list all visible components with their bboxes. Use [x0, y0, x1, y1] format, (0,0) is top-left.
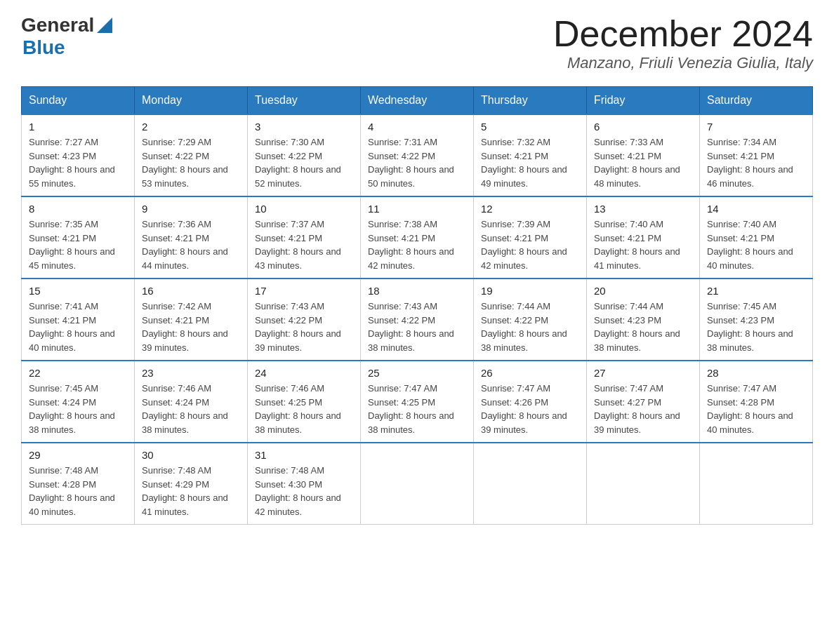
day-number: 28	[707, 367, 805, 379]
day-info: Sunrise: 7:31 AM Sunset: 4:22 PM Dayligh…	[368, 135, 466, 190]
day-info: Sunrise: 7:46 AM Sunset: 4:24 PM Dayligh…	[142, 382, 240, 436]
day-number: 2	[142, 121, 240, 133]
col-saturday: Saturday	[700, 87, 813, 115]
table-row: 3 Sunrise: 7:30 AM Sunset: 4:22 PM Dayli…	[248, 114, 361, 196]
day-number: 20	[594, 285, 692, 297]
day-number: 25	[368, 367, 466, 379]
day-number: 16	[142, 285, 240, 297]
table-row: 20 Sunrise: 7:44 AM Sunset: 4:23 PM Dayl…	[587, 279, 700, 361]
location-subtitle: Manzano, Friuli Venezia Giulia, Italy	[553, 54, 813, 72]
table-row: 25 Sunrise: 7:47 AM Sunset: 4:25 PM Dayl…	[361, 361, 474, 443]
day-number: 4	[368, 121, 466, 133]
day-number: 9	[142, 203, 240, 215]
table-row: 31 Sunrise: 7:48 AM Sunset: 4:30 PM Dayl…	[248, 443, 361, 525]
day-info: Sunrise: 7:29 AM Sunset: 4:22 PM Dayligh…	[142, 135, 240, 190]
col-tuesday: Tuesday	[248, 87, 361, 115]
day-info: Sunrise: 7:47 AM Sunset: 4:27 PM Dayligh…	[594, 382, 692, 436]
day-number: 3	[255, 121, 353, 133]
day-number: 14	[707, 203, 805, 215]
day-number: 7	[707, 121, 805, 133]
logo-triangle-icon	[97, 18, 112, 33]
day-info: Sunrise: 7:45 AM Sunset: 4:24 PM Dayligh…	[29, 382, 127, 436]
table-row: 5 Sunrise: 7:32 AM Sunset: 4:21 PM Dayli…	[474, 114, 587, 196]
col-friday: Friday	[587, 87, 700, 115]
month-title: December 2024	[553, 14, 813, 54]
day-number: 21	[707, 285, 805, 297]
table-row: 23 Sunrise: 7:46 AM Sunset: 4:24 PM Dayl…	[135, 361, 248, 443]
table-row: 1 Sunrise: 7:27 AM Sunset: 4:23 PM Dayli…	[22, 114, 135, 196]
calendar-table: Sunday Monday Tuesday Wednesday Thursday…	[21, 86, 813, 525]
calendar-week-row: 29 Sunrise: 7:48 AM Sunset: 4:28 PM Dayl…	[22, 443, 813, 525]
day-number: 13	[594, 203, 692, 215]
day-number: 23	[142, 367, 240, 379]
table-row: 12 Sunrise: 7:39 AM Sunset: 4:21 PM Dayl…	[474, 196, 587, 279]
day-number: 30	[142, 449, 240, 461]
day-number: 10	[255, 203, 353, 215]
table-row: 2 Sunrise: 7:29 AM Sunset: 4:22 PM Dayli…	[135, 114, 248, 196]
calendar-week-row: 22 Sunrise: 7:45 AM Sunset: 4:24 PM Dayl…	[22, 361, 813, 443]
day-info: Sunrise: 7:37 AM Sunset: 4:21 PM Dayligh…	[255, 217, 353, 272]
day-info: Sunrise: 7:44 AM Sunset: 4:23 PM Dayligh…	[594, 300, 692, 354]
day-number: 24	[255, 367, 353, 379]
day-info: Sunrise: 7:27 AM Sunset: 4:23 PM Dayligh…	[29, 135, 127, 190]
day-info: Sunrise: 7:32 AM Sunset: 4:21 PM Dayligh…	[481, 135, 579, 190]
calendar-header-row: Sunday Monday Tuesday Wednesday Thursday…	[22, 87, 813, 115]
day-info: Sunrise: 7:39 AM Sunset: 4:21 PM Dayligh…	[481, 217, 579, 272]
table-row: 27 Sunrise: 7:47 AM Sunset: 4:27 PM Dayl…	[587, 361, 700, 443]
day-number: 15	[29, 285, 127, 297]
page-header: General Blue December 2024 Manzano, Friu…	[21, 14, 813, 72]
calendar-week-row: 1 Sunrise: 7:27 AM Sunset: 4:23 PM Dayli…	[22, 114, 813, 196]
table-row	[361, 443, 474, 525]
table-row: 28 Sunrise: 7:47 AM Sunset: 4:28 PM Dayl…	[700, 361, 813, 443]
day-info: Sunrise: 7:38 AM Sunset: 4:21 PM Dayligh…	[368, 217, 466, 272]
table-row	[700, 443, 813, 525]
table-row: 6 Sunrise: 7:33 AM Sunset: 4:21 PM Dayli…	[587, 114, 700, 196]
day-number: 26	[481, 367, 579, 379]
calendar-week-row: 15 Sunrise: 7:41 AM Sunset: 4:21 PM Dayl…	[22, 279, 813, 361]
day-info: Sunrise: 7:43 AM Sunset: 4:22 PM Dayligh…	[368, 300, 466, 354]
day-number: 18	[368, 285, 466, 297]
day-number: 1	[29, 121, 127, 133]
day-number: 5	[481, 121, 579, 133]
table-row: 22 Sunrise: 7:45 AM Sunset: 4:24 PM Dayl…	[22, 361, 135, 443]
table-row: 10 Sunrise: 7:37 AM Sunset: 4:21 PM Dayl…	[248, 196, 361, 279]
day-info: Sunrise: 7:48 AM Sunset: 4:29 PM Dayligh…	[142, 464, 240, 518]
table-row: 13 Sunrise: 7:40 AM Sunset: 4:21 PM Dayl…	[587, 196, 700, 279]
table-row: 4 Sunrise: 7:31 AM Sunset: 4:22 PM Dayli…	[361, 114, 474, 196]
day-number: 8	[29, 203, 127, 215]
day-number: 19	[481, 285, 579, 297]
table-row: 30 Sunrise: 7:48 AM Sunset: 4:29 PM Dayl…	[135, 443, 248, 525]
table-row: 19 Sunrise: 7:44 AM Sunset: 4:22 PM Dayl…	[474, 279, 587, 361]
day-info: Sunrise: 7:40 AM Sunset: 4:21 PM Dayligh…	[707, 217, 805, 272]
day-info: Sunrise: 7:47 AM Sunset: 4:26 PM Dayligh…	[481, 382, 579, 436]
logo: General Blue	[21, 14, 112, 59]
day-info: Sunrise: 7:30 AM Sunset: 4:22 PM Dayligh…	[255, 135, 353, 190]
day-info: Sunrise: 7:34 AM Sunset: 4:21 PM Dayligh…	[707, 135, 805, 190]
svg-marker-0	[97, 18, 112, 33]
day-info: Sunrise: 7:40 AM Sunset: 4:21 PM Dayligh…	[594, 217, 692, 272]
day-info: Sunrise: 7:33 AM Sunset: 4:21 PM Dayligh…	[594, 135, 692, 190]
day-info: Sunrise: 7:43 AM Sunset: 4:22 PM Dayligh…	[255, 300, 353, 354]
calendar-week-row: 8 Sunrise: 7:35 AM Sunset: 4:21 PM Dayli…	[22, 196, 813, 279]
day-number: 29	[29, 449, 127, 461]
day-info: Sunrise: 7:47 AM Sunset: 4:28 PM Dayligh…	[707, 382, 805, 436]
table-row: 14 Sunrise: 7:40 AM Sunset: 4:21 PM Dayl…	[700, 196, 813, 279]
table-row: 26 Sunrise: 7:47 AM Sunset: 4:26 PM Dayl…	[474, 361, 587, 443]
day-info: Sunrise: 7:42 AM Sunset: 4:21 PM Dayligh…	[142, 300, 240, 354]
title-area: December 2024 Manzano, Friuli Venezia Gi…	[553, 14, 813, 72]
day-info: Sunrise: 7:35 AM Sunset: 4:21 PM Dayligh…	[29, 217, 127, 272]
col-thursday: Thursday	[474, 87, 587, 115]
table-row: 17 Sunrise: 7:43 AM Sunset: 4:22 PM Dayl…	[248, 279, 361, 361]
logo-general-text: General	[21, 14, 94, 36]
table-row: 15 Sunrise: 7:41 AM Sunset: 4:21 PM Dayl…	[22, 279, 135, 361]
col-wednesday: Wednesday	[361, 87, 474, 115]
day-number: 27	[594, 367, 692, 379]
table-row: 21 Sunrise: 7:45 AM Sunset: 4:23 PM Dayl…	[700, 279, 813, 361]
table-row: 8 Sunrise: 7:35 AM Sunset: 4:21 PM Dayli…	[22, 196, 135, 279]
day-number: 6	[594, 121, 692, 133]
day-info: Sunrise: 7:41 AM Sunset: 4:21 PM Dayligh…	[29, 300, 127, 354]
day-number: 31	[255, 449, 353, 461]
table-row	[587, 443, 700, 525]
col-sunday: Sunday	[22, 87, 135, 115]
day-number: 22	[29, 367, 127, 379]
